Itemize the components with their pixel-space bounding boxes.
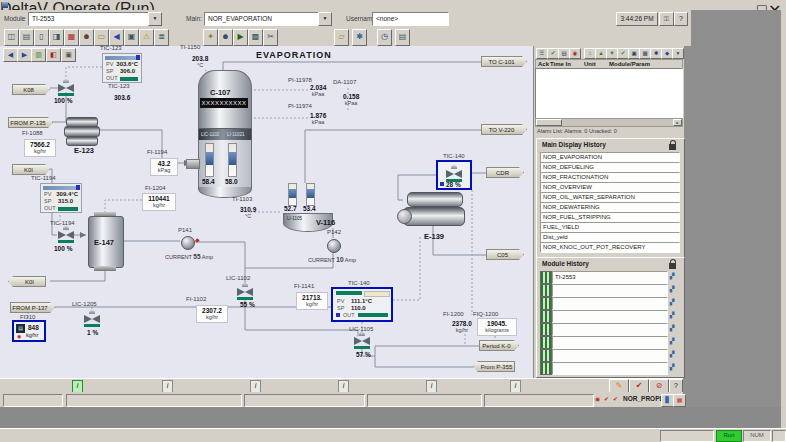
scroll-thumb[interactable] — [536, 119, 562, 126]
print-icon[interactable]: ▤ — [19, 29, 34, 46]
ack-check-icon[interactable]: ✔ — [604, 395, 609, 402]
faceplate-icon[interactable] — [540, 310, 552, 323]
module-history-field[interactable] — [552, 336, 668, 349]
module-history-field[interactable] — [552, 349, 668, 362]
lock-icon[interactable] — [669, 144, 676, 150]
alarm-list[interactable] — [535, 68, 683, 119]
trend-icon[interactable]: ▞ — [667, 350, 677, 359]
alarm-col-module[interactable]: Module/Param — [609, 60, 650, 68]
alarm-hscrollbar[interactable]: ▸ — [535, 118, 683, 127]
stream-tag-from-p355[interactable]: From P-355 — [473, 361, 515, 372]
alarm-col-timein[interactable]: Time In — [550, 60, 571, 68]
nav-overview-icon[interactable]: ▣ — [61, 48, 76, 62]
lic1102-valve-icon[interactable] — [237, 287, 253, 296]
main-display-combobox[interactable]: NOR_EVAPORATION — [204, 12, 321, 26]
deny-button[interactable]: ⊘ — [649, 379, 669, 393]
tic140-valve-box[interactable]: 28 % — [436, 160, 472, 190]
trend-icon[interactable]: ▞ — [667, 311, 677, 320]
module-dropdown-arrow[interactable]: ▼ — [148, 12, 162, 26]
operator-icon[interactable]: ☻ — [79, 29, 94, 46]
stream-tag-cdr[interactable]: CDR — [486, 167, 524, 178]
module-history-field[interactable] — [552, 284, 668, 297]
tools-icon[interactable]: ✂ — [263, 29, 278, 46]
media-icon[interactable]: ▶ — [233, 29, 248, 46]
titlebar[interactable]: DeltaV Operate (Run) — [0, 0, 781, 10]
ack-check2-icon[interactable]: ✔ — [613, 395, 618, 402]
print-screen-icon[interactable]: ▤ — [395, 29, 410, 46]
alarm-summary-icon[interactable]: ▦ — [64, 29, 79, 46]
module-history-field[interactable] — [552, 323, 668, 336]
trend-icon[interactable]: ▞ — [667, 272, 677, 281]
module-history-field[interactable]: TI-2553 — [552, 271, 668, 284]
trend-icon[interactable]: ▞ — [667, 285, 677, 294]
trend-icon[interactable]: ▞ — [667, 363, 677, 372]
scroll-right-icon[interactable]: ▸ — [673, 119, 682, 126]
faceplate-icon[interactable] — [540, 323, 552, 336]
stream-tag-to-v220[interactable]: TO V-220 — [481, 124, 527, 135]
user-find-icon[interactable]: ✱ — [352, 29, 367, 46]
trend-icon[interactable]: ▞ — [667, 324, 677, 333]
fi310-highlight-box[interactable]: ▤ 848 kg/hr ◉ — [12, 320, 46, 342]
tic123-valve-icon[interactable] — [58, 83, 74, 92]
v116-level-gauge-1[interactable] — [288, 183, 297, 206]
faceplate-icon[interactable] — [540, 271, 552, 284]
tic1194-faceplate[interactable]: PV309.4°C SP315.0 OUT — [40, 183, 82, 213]
lock-icon[interactable] — [669, 263, 676, 269]
lic1105-valve-icon[interactable] — [354, 336, 370, 345]
clock-icon[interactable]: ◷ — [377, 29, 392, 46]
module-history-field[interactable] — [552, 362, 668, 375]
trend-icon[interactable]: ▞ — [667, 298, 677, 307]
confirm-button[interactable]: ✔ — [629, 379, 649, 393]
sign-button[interactable]: ✎ — [609, 379, 629, 393]
alarm-red-icon[interactable]: ◉ — [595, 395, 600, 402]
folder-open-icon[interactable]: ▱ — [334, 29, 349, 46]
panel-help-button[interactable]: ? — [669, 379, 683, 393]
mosaic-button-icon[interactable]: ▦ — [673, 394, 686, 407]
stream-tag-from-p137[interactable]: FROM P-137 — [10, 302, 55, 313]
username-combobox[interactable]: <none> — [372, 12, 449, 26]
main-dropdown-arrow[interactable]: ▼ — [318, 12, 332, 26]
nav-trend-icon[interactable]: ▥ — [31, 48, 46, 62]
p142-pump[interactable] — [327, 239, 341, 253]
display-back-icon[interactable]: ◀ — [109, 29, 124, 46]
alarm-col-ack[interactable]: Ack — [538, 60, 549, 68]
trend-icon[interactable]: ▞ — [667, 337, 677, 346]
stream-tag-c05[interactable]: C05 — [486, 249, 524, 260]
display-window-icon[interactable]: ◫ — [4, 29, 19, 46]
v116-level-gauge-2[interactable] — [306, 183, 315, 206]
stream-tag-k0i-in[interactable]: K0I — [12, 164, 50, 175]
module-combobox[interactable]: TI-2553 — [28, 12, 151, 26]
module-history-field[interactable] — [552, 297, 668, 310]
history-item[interactable]: NOR_KNOC_OUT_POT_RECOVERY — [540, 242, 680, 253]
stream-tag-period-k0[interactable]: Period K-0 — [479, 340, 519, 351]
tic1194-valve-icon[interactable] — [58, 230, 74, 239]
expand-icon[interactable]: ▾ — [672, 48, 684, 59]
lic1205-valve-icon[interactable] — [84, 314, 100, 323]
stream-tag-from-p135[interactable]: FROM P-135 — [8, 117, 53, 128]
pan-icon[interactable]: ✦ — [203, 29, 218, 46]
c107-level-gauge-1[interactable] — [205, 143, 214, 177]
nav-alarm-icon[interactable]: ◧ — [46, 48, 61, 62]
module-history-field[interactable] — [552, 310, 668, 323]
silence-horn-icon[interactable]: ◉ — [569, 48, 581, 59]
faceplate-icon[interactable] — [540, 362, 552, 375]
alarm-col-unit[interactable]: Unit — [584, 60, 596, 68]
faceplate-icon[interactable] — [540, 297, 552, 310]
folder-icon[interactable]: ▭ — [94, 29, 109, 46]
faceplate-icon[interactable] — [540, 284, 552, 297]
user-group-icon[interactable]: ☻ — [218, 29, 233, 46]
tic140-faceplate[interactable]: PV 111.1°C SP 110.0 OUT — [331, 287, 393, 322]
nav-back-icon[interactable]: ◀ — [3, 48, 18, 62]
stream-tag-k08[interactable]: K08 — [12, 84, 50, 95]
alarm-bell-icon[interactable]: ⚠ — [139, 29, 154, 46]
user-login-icon[interactable]: ⚿ — [659, 12, 674, 26]
stream-tag-to-c101[interactable]: TO C-101 — [481, 56, 527, 67]
faceplate-icon[interactable]: ▯ — [34, 29, 49, 46]
keyboard-icon[interactable]: ≣ — [154, 29, 169, 46]
detail-display-icon[interactable]: ◨ — [49, 29, 64, 46]
faceplate-icon[interactable] — [540, 336, 552, 349]
c107-level-gauge-2[interactable] — [228, 143, 237, 177]
faceplate-icon[interactable] — [540, 349, 552, 362]
tic123-faceplate[interactable]: PV303.6°C SP306.0 OUT — [102, 53, 142, 83]
film-icon[interactable]: ▩ — [248, 29, 263, 46]
